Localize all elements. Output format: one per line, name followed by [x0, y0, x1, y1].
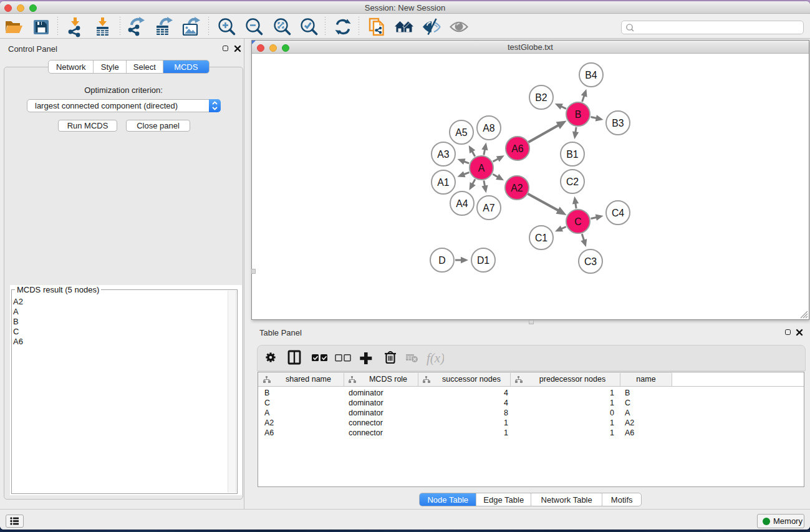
svg-text:B3: B3: [612, 118, 624, 128]
svg-text:C4: C4: [612, 208, 624, 218]
svg-text:A7: A7: [483, 203, 494, 213]
svg-text:B2: B2: [535, 92, 547, 103]
svg-text:C2: C2: [566, 177, 579, 187]
svg-text:A2: A2: [511, 183, 523, 193]
svg-text:A4: A4: [456, 198, 468, 209]
svg-text:A6: A6: [511, 143, 524, 154]
svg-text:C3: C3: [584, 256, 597, 267]
svg-text:A1: A1: [437, 177, 450, 188]
svg-text:D: D: [438, 255, 445, 266]
svg-text:A8: A8: [483, 123, 495, 133]
svg-text:B4: B4: [585, 70, 597, 80]
svg-text:C1: C1: [535, 233, 547, 243]
svg-text:A: A: [478, 163, 485, 173]
svg-text:f(x): f(x): [427, 351, 444, 365]
svg-text:A5: A5: [455, 127, 468, 138]
svg-text:B1: B1: [566, 149, 579, 160]
svg-text:A3: A3: [437, 149, 450, 160]
svg-text:C: C: [574, 216, 581, 227]
svg-text:B: B: [575, 109, 582, 120]
svg-text:D1: D1: [477, 255, 489, 266]
